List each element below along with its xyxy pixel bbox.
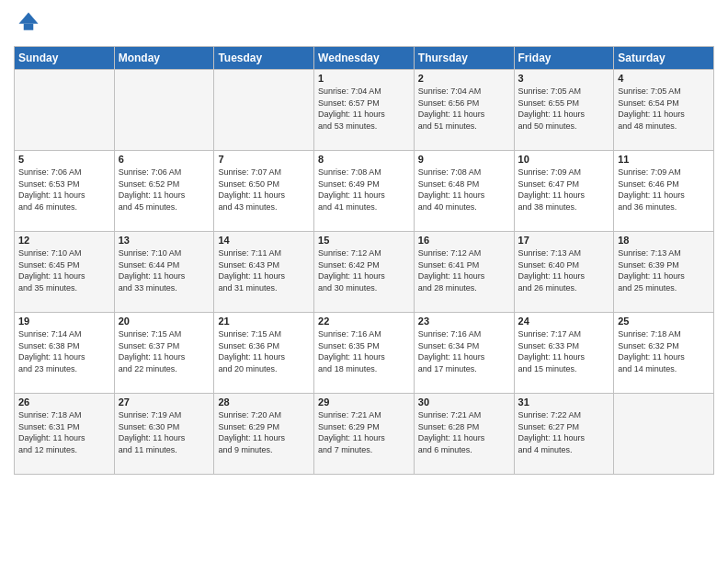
calendar-cell [614, 394, 714, 475]
calendar-cell: 31Sunrise: 7:22 AM Sunset: 6:27 PM Dayli… [514, 394, 614, 475]
day-info: Sunrise: 7:04 AM Sunset: 6:56 PM Dayligh… [418, 86, 510, 132]
calendar-cell: 21Sunrise: 7:15 AM Sunset: 6:36 PM Dayli… [214, 313, 314, 394]
day-info: Sunrise: 7:18 AM Sunset: 6:31 PM Dayligh… [18, 409, 110, 455]
logo [14, 9, 43, 39]
day-info: Sunrise: 7:17 AM Sunset: 6:33 PM Dayligh… [518, 328, 610, 374]
day-info: Sunrise: 7:16 AM Sunset: 6:34 PM Dayligh… [418, 328, 510, 374]
calendar-cell: 7Sunrise: 7:07 AM Sunset: 6:50 PM Daylig… [214, 151, 314, 232]
day-number: 24 [518, 316, 610, 327]
day-number: 9 [418, 154, 510, 165]
day-info: Sunrise: 7:05 AM Sunset: 6:54 PM Dayligh… [618, 86, 710, 132]
calendar-cell: 26Sunrise: 7:18 AM Sunset: 6:31 PM Dayli… [15, 394, 115, 475]
calendar-header-row: SundayMondayTuesdayWednesdayThursdayFrid… [15, 47, 714, 70]
day-number: 2 [418, 73, 510, 84]
calendar-cell: 18Sunrise: 7:13 AM Sunset: 6:39 PM Dayli… [614, 232, 714, 313]
calendar-cell: 12Sunrise: 7:10 AM Sunset: 6:45 PM Dayli… [15, 232, 115, 313]
day-info: Sunrise: 7:15 AM Sunset: 6:37 PM Dayligh… [119, 328, 210, 374]
day-info: Sunrise: 7:06 AM Sunset: 6:53 PM Dayligh… [18, 167, 110, 213]
day-number: 22 [318, 316, 410, 327]
day-number: 28 [218, 396, 310, 408]
day-number: 11 [618, 154, 710, 165]
day-number: 17 [518, 235, 610, 246]
day-number: 21 [218, 316, 310, 327]
calendar-cell: 2Sunrise: 7:04 AM Sunset: 6:56 PM Daylig… [414, 70, 514, 151]
day-info: Sunrise: 7:16 AM Sunset: 6:35 PM Dayligh… [318, 328, 410, 374]
day-info: Sunrise: 7:07 AM Sunset: 6:50 PM Dayligh… [218, 167, 310, 213]
day-info: Sunrise: 7:21 AM Sunset: 6:29 PM Dayligh… [318, 409, 410, 455]
calendar-cell [114, 70, 214, 151]
day-info: Sunrise: 7:08 AM Sunset: 6:48 PM Dayligh… [418, 167, 510, 213]
day-info: Sunrise: 7:05 AM Sunset: 6:55 PM Dayligh… [518, 86, 610, 132]
day-number: 27 [119, 396, 210, 408]
calendar-table: SundayMondayTuesdayWednesdayThursdayFrid… [14, 46, 714, 475]
day-number: 7 [218, 154, 310, 165]
main-container: SundayMondayTuesdayWednesdayThursdayFrid… [0, 0, 728, 484]
day-info: Sunrise: 7:11 AM Sunset: 6:43 PM Dayligh… [218, 247, 310, 293]
day-number: 14 [218, 235, 310, 246]
day-info: Sunrise: 7:21 AM Sunset: 6:28 PM Dayligh… [418, 409, 510, 455]
calendar-cell: 15Sunrise: 7:12 AM Sunset: 6:42 PM Dayli… [314, 232, 415, 313]
day-number: 29 [318, 396, 410, 408]
day-number: 30 [418, 396, 510, 408]
logo-icon [16, 9, 41, 35]
day-info: Sunrise: 7:04 AM Sunset: 6:57 PM Dayligh… [318, 86, 410, 132]
calendar-cell: 14Sunrise: 7:11 AM Sunset: 6:43 PM Dayli… [214, 232, 314, 313]
calendar-cell: 10Sunrise: 7:09 AM Sunset: 6:47 PM Dayli… [514, 151, 614, 232]
weekday-header-wednesday: Wednesday [314, 47, 415, 70]
calendar-cell: 17Sunrise: 7:13 AM Sunset: 6:40 PM Dayli… [514, 232, 614, 313]
day-info: Sunrise: 7:08 AM Sunset: 6:49 PM Dayligh… [318, 167, 410, 213]
day-number: 13 [119, 235, 210, 246]
calendar-cell: 9Sunrise: 7:08 AM Sunset: 6:48 PM Daylig… [414, 151, 514, 232]
calendar-cell [15, 70, 115, 151]
calendar-cell: 4Sunrise: 7:05 AM Sunset: 6:54 PM Daylig… [614, 70, 714, 151]
weekday-header-saturday: Saturday [614, 47, 714, 70]
day-number: 16 [418, 235, 510, 246]
calendar-cell: 11Sunrise: 7:09 AM Sunset: 6:46 PM Dayli… [614, 151, 714, 232]
calendar-cell: 30Sunrise: 7:21 AM Sunset: 6:28 PM Dayli… [414, 394, 514, 475]
calendar-cell: 3Sunrise: 7:05 AM Sunset: 6:55 PM Daylig… [514, 70, 614, 151]
calendar-week-2: 5Sunrise: 7:06 AM Sunset: 6:53 PM Daylig… [15, 151, 714, 232]
calendar-cell: 25Sunrise: 7:18 AM Sunset: 6:32 PM Dayli… [614, 313, 714, 394]
weekday-header-sunday: Sunday [15, 47, 115, 70]
day-info: Sunrise: 7:14 AM Sunset: 6:38 PM Dayligh… [18, 328, 110, 374]
header [14, 9, 714, 39]
calendar-cell: 19Sunrise: 7:14 AM Sunset: 6:38 PM Dayli… [15, 313, 115, 394]
calendar-cell: 29Sunrise: 7:21 AM Sunset: 6:29 PM Dayli… [314, 394, 415, 475]
calendar-week-4: 19Sunrise: 7:14 AM Sunset: 6:38 PM Dayli… [15, 313, 714, 394]
day-number: 3 [518, 73, 610, 84]
day-number: 25 [618, 316, 710, 327]
calendar-cell: 22Sunrise: 7:16 AM Sunset: 6:35 PM Dayli… [314, 313, 415, 394]
calendar-cell: 13Sunrise: 7:10 AM Sunset: 6:44 PM Dayli… [114, 232, 214, 313]
calendar-cell: 20Sunrise: 7:15 AM Sunset: 6:37 PM Dayli… [114, 313, 214, 394]
day-info: Sunrise: 7:19 AM Sunset: 6:30 PM Dayligh… [119, 409, 210, 455]
day-number: 18 [618, 235, 710, 246]
day-number: 15 [318, 235, 410, 246]
day-info: Sunrise: 7:20 AM Sunset: 6:29 PM Dayligh… [218, 409, 310, 455]
calendar-cell: 16Sunrise: 7:12 AM Sunset: 6:41 PM Dayli… [414, 232, 514, 313]
day-number: 8 [318, 154, 410, 165]
weekday-header-tuesday: Tuesday [214, 47, 314, 70]
weekday-header-monday: Monday [114, 47, 214, 70]
day-info: Sunrise: 7:09 AM Sunset: 6:46 PM Dayligh… [618, 167, 710, 213]
day-number: 20 [119, 316, 210, 327]
day-number: 23 [418, 316, 510, 327]
day-info: Sunrise: 7:09 AM Sunset: 6:47 PM Dayligh… [518, 167, 610, 213]
day-number: 26 [18, 396, 110, 408]
day-info: Sunrise: 7:13 AM Sunset: 6:39 PM Dayligh… [618, 247, 710, 293]
day-number: 5 [18, 154, 110, 165]
day-info: Sunrise: 7:12 AM Sunset: 6:41 PM Dayligh… [418, 247, 510, 293]
day-number: 19 [18, 316, 110, 327]
day-info: Sunrise: 7:10 AM Sunset: 6:45 PM Dayligh… [18, 247, 110, 293]
calendar-cell: 6Sunrise: 7:06 AM Sunset: 6:52 PM Daylig… [114, 151, 214, 232]
day-info: Sunrise: 7:13 AM Sunset: 6:40 PM Dayligh… [518, 247, 610, 293]
calendar-week-1: 1Sunrise: 7:04 AM Sunset: 6:57 PM Daylig… [15, 70, 714, 151]
calendar-cell: 5Sunrise: 7:06 AM Sunset: 6:53 PM Daylig… [15, 151, 115, 232]
day-info: Sunrise: 7:06 AM Sunset: 6:52 PM Dayligh… [119, 167, 210, 213]
day-number: 6 [119, 154, 210, 165]
calendar-cell: 8Sunrise: 7:08 AM Sunset: 6:49 PM Daylig… [314, 151, 415, 232]
calendar-cell: 23Sunrise: 7:16 AM Sunset: 6:34 PM Dayli… [414, 313, 514, 394]
calendar-cell: 27Sunrise: 7:19 AM Sunset: 6:30 PM Dayli… [114, 394, 214, 475]
weekday-header-thursday: Thursday [414, 47, 514, 70]
day-info: Sunrise: 7:18 AM Sunset: 6:32 PM Dayligh… [618, 328, 710, 374]
calendar-week-3: 12Sunrise: 7:10 AM Sunset: 6:45 PM Dayli… [15, 232, 714, 313]
